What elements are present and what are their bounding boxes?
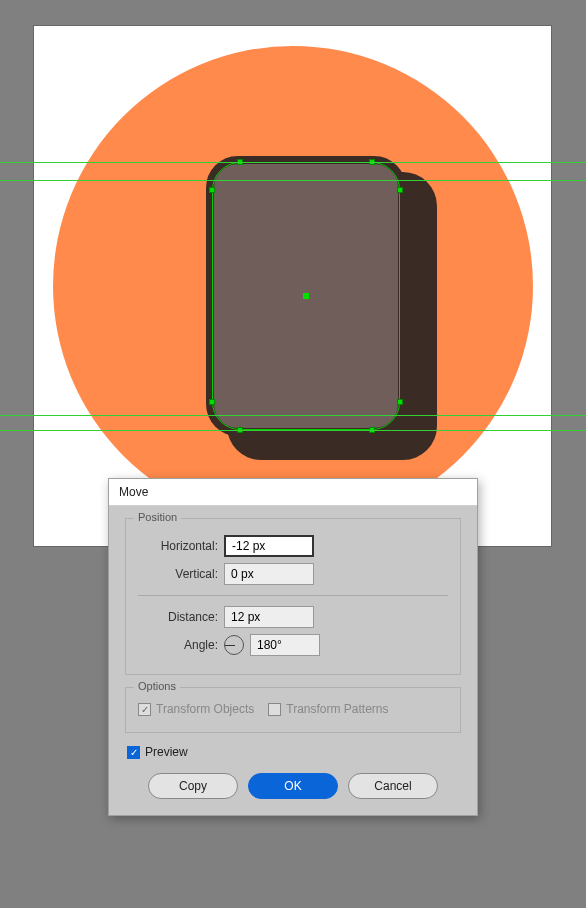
copy-button[interactable]: Copy [148,773,238,799]
vertical-label: Vertical: [138,567,218,581]
transform-objects-checkbox: ✓ Transform Objects [138,702,254,716]
transform-patterns-label: Transform Patterns [286,702,388,716]
divider [138,595,448,596]
distance-label: Distance: [138,610,218,624]
preview-label: Preview [145,745,188,759]
handle[interactable] [209,399,215,405]
angle-icon[interactable] [224,635,244,655]
selection-center [303,293,309,299]
checkbox-icon [268,703,281,716]
checkbox-icon: ✓ [138,703,151,716]
move-dialog: Move Position Horizontal: Vertical: Dist… [108,478,478,816]
distance-input[interactable] [224,606,314,628]
guide-line [0,430,586,431]
horizontal-label: Horizontal: [138,539,218,553]
preview-checkbox[interactable]: ✓ Preview [127,745,188,759]
position-group: Position Horizontal: Vertical: Distance:… [125,518,461,675]
handle[interactable] [209,187,215,193]
dialog-title[interactable]: Move [109,479,477,506]
position-label: Position [134,511,181,523]
transform-objects-label: Transform Objects [156,702,254,716]
cancel-button[interactable]: Cancel [348,773,438,799]
guide-line [0,180,586,181]
handle[interactable] [397,187,403,193]
canvas[interactable] [33,25,552,547]
angle-label: Angle: [138,638,218,652]
horizontal-input[interactable] [224,535,314,557]
vertical-input[interactable] [224,563,314,585]
options-group: Options ✓ Transform Objects Transform Pa… [125,687,461,733]
angle-input[interactable] [250,634,320,656]
handle[interactable] [397,399,403,405]
options-label: Options [134,680,180,692]
transform-patterns-checkbox: Transform Patterns [268,702,388,716]
checkbox-icon[interactable]: ✓ [127,746,140,759]
guide-line [0,415,586,416]
ok-button[interactable]: OK [248,773,338,799]
guide-line [0,162,586,163]
